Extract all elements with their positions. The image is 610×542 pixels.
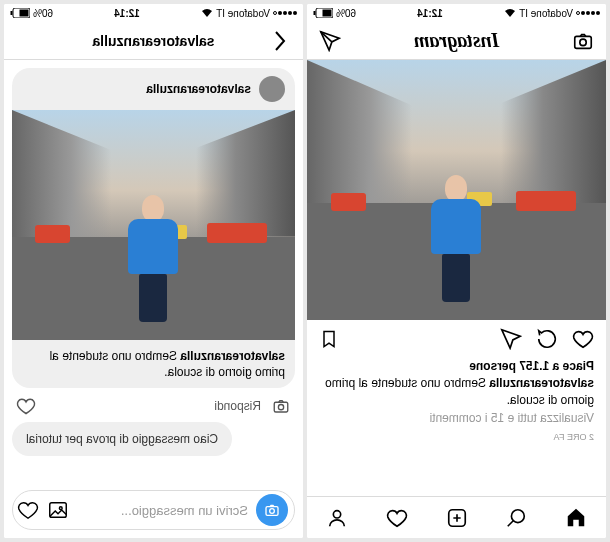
status-bar: Vodafone IT 12:14 60% (4, 4, 303, 22)
clock: 12:14 (417, 8, 443, 19)
avatar[interactable] (259, 76, 285, 102)
phone-dm: Vodafone IT 12:14 60% salvatorearanzulla (4, 4, 303, 538)
message-input-bar: Scrivi un messaggio... (12, 490, 295, 530)
comment-icon[interactable] (536, 328, 558, 350)
svg-point-7 (333, 510, 340, 517)
svg-rect-3 (575, 36, 592, 48)
wifi-icon (504, 8, 516, 18)
shared-post[interactable]: salvatorearanzulla salvator (12, 68, 295, 388)
svg-point-4 (580, 39, 586, 45)
post-caption: salvatorearanzulla Sembro uno studente a… (319, 375, 594, 409)
post-image[interactable] (307, 60, 606, 320)
reply-camera-icon[interactable] (271, 397, 291, 415)
shared-post-header: salvatorearanzulla (12, 68, 295, 110)
clock: 12:14 (114, 8, 140, 19)
feed-content: Piace a 1.157 persone salvatorearanzulla… (307, 60, 606, 496)
search-icon[interactable] (505, 507, 527, 529)
like-message-icon[interactable] (16, 396, 36, 416)
share-icon[interactable] (500, 328, 522, 350)
battery-percent: 60% (33, 8, 53, 19)
dm-title[interactable]: salvatorearanzulla (38, 33, 269, 49)
carrier-label: Vodafone IT (519, 8, 573, 19)
gallery-icon[interactable] (47, 499, 69, 521)
status-bar: Vodafone IT 12:14 60% (307, 4, 606, 22)
svg-rect-1 (323, 10, 332, 17)
wifi-icon (201, 8, 213, 18)
svg-point-5 (512, 509, 525, 522)
like-icon[interactable] (572, 328, 594, 350)
post-actions (307, 320, 606, 358)
message-input[interactable]: Scrivi un messaggio... (77, 503, 248, 518)
svg-rect-13 (266, 507, 278, 516)
heart-icon[interactable] (17, 499, 39, 521)
dm-header: salvatorearanzulla (4, 22, 303, 60)
direct-icon[interactable] (319, 30, 341, 52)
svg-point-14 (270, 509, 275, 514)
carrier-label: Vodafone IT (216, 8, 270, 19)
phone-feed: Vodafone IT 12:14 60% Instagram (307, 4, 606, 538)
svg-rect-9 (20, 10, 29, 17)
likes-count[interactable]: Piace a 1.157 persone (319, 358, 594, 375)
shared-username[interactable]: salvatorearanzulla (146, 82, 251, 96)
instagram-logo: Instagram (341, 29, 572, 52)
home-icon[interactable] (565, 507, 587, 529)
reply-link[interactable]: Rispondi (214, 399, 261, 413)
svg-rect-15 (50, 503, 67, 518)
post-time: 2 ORE FA (319, 431, 594, 444)
camera-button[interactable] (256, 494, 288, 526)
profile-icon[interactable] (326, 507, 348, 529)
caption-username[interactable]: salvatorearanzulla (489, 376, 594, 390)
activity-icon[interactable] (386, 507, 408, 529)
camera-icon[interactable] (572, 30, 594, 52)
sent-message[interactable]: Ciao messaggio di prova per tutorial (12, 422, 232, 456)
svg-rect-10 (11, 11, 13, 15)
dm-reply-row: Rispondi (12, 396, 295, 422)
svg-point-12 (278, 405, 283, 410)
back-icon[interactable] (269, 30, 291, 52)
svg-rect-2 (314, 11, 316, 15)
shared-caption: salvatorearanzulla Sembro uno studente a… (12, 340, 295, 388)
shared-caption-user[interactable]: salvatorearanzulla (180, 349, 285, 363)
svg-rect-11 (274, 403, 288, 413)
feed-header: Instagram (307, 22, 606, 60)
signal-icon (273, 11, 297, 15)
dm-thread: salvatorearanzulla salvator (4, 60, 303, 538)
view-comments[interactable]: Visualizza tutti e 15 i commenti (319, 410, 594, 427)
battery-icon (10, 8, 30, 18)
bottom-nav (307, 496, 606, 538)
battery-icon (313, 8, 333, 18)
signal-icon (576, 11, 600, 15)
battery-percent: 60% (336, 8, 356, 19)
add-icon[interactable] (446, 507, 468, 529)
post-meta: Piace a 1.157 persone salvatorearanzulla… (307, 358, 606, 450)
shared-post-image[interactable] (12, 110, 295, 340)
bookmark-icon[interactable] (319, 328, 339, 350)
